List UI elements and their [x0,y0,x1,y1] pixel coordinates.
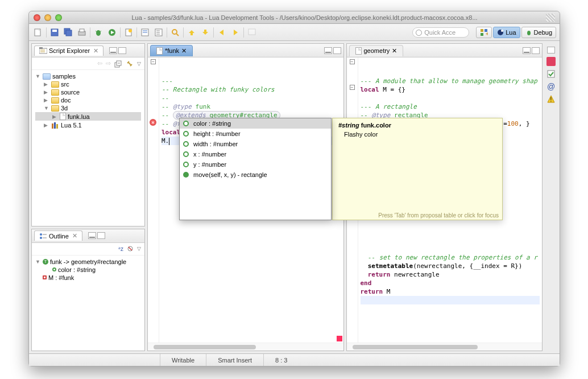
close-icon[interactable]: ✕ [72,232,77,240]
svg-marker-24 [189,30,194,33]
explorer-tree[interactable]: ▼samples ▶src ▶source ▶doc ▼3d ▶funk.lua… [32,70,144,226]
completion-item[interactable]: move(self, x, y) - rectangle [180,170,331,180]
close-icon[interactable]: ✕ [392,47,397,55]
svg-point-50 [40,237,42,239]
editor-tab-geometry[interactable]: geometry ✕ [349,45,404,56]
close-icon[interactable]: ✕ [93,47,98,55]
print-button[interactable] [76,27,88,38]
outline-item-color[interactable]: color : #string [58,266,96,273]
navigator-icon [39,47,47,54]
new-lua-button[interactable] [123,27,134,38]
debug-perspective-button[interactable]: Debug [521,27,556,38]
lua-file-icon [355,47,362,55]
svg-rect-7 [80,29,84,32]
fold-icon[interactable]: − [350,59,355,64]
ruby-icon[interactable] [546,57,556,66]
minimize-editor-button[interactable] [523,47,531,54]
toggle-block-button[interactable] [153,27,164,38]
tree-item-samples[interactable]: samples [52,73,76,80]
editor-tab-funk[interactable]: *funk ✕ [150,45,193,56]
svg-line-23 [176,34,179,36]
save-all-button[interactable] [63,27,74,38]
status-cursor-pos: 8 : 3 [263,354,299,366]
forward-button[interactable] [230,27,241,38]
outline-tree[interactable]: ▼Tfunk -> geometry#rectangle color : #st… [32,256,144,351]
outline-label: Outline [49,233,69,240]
fold-icon[interactable]: − [151,59,156,64]
error-icon: ✕ [150,119,156,126]
tree-item-src[interactable]: src [61,81,69,88]
tree-item-lua51[interactable]: Lua 5.1 [61,122,82,129]
horizontal-scrollbar[interactable] [148,343,343,351]
prev-annotation-button[interactable] [186,27,197,38]
completion-item[interactable]: color : #string [180,118,331,129]
method-icon [183,172,189,178]
doc-type: #string [338,122,359,129]
completion-item[interactable]: width : #number [180,139,331,149]
completion-item[interactable]: x : #number [180,149,331,159]
close-icon[interactable]: ✕ [181,47,187,55]
pin-button[interactable] [246,27,258,38]
run-button[interactable] [106,27,118,38]
tasks-icon[interactable] [546,69,556,79]
svg-line-10 [100,31,101,32]
toggle-comment-button[interactable] [139,27,151,38]
error-marker[interactable] [337,336,342,341]
svg-point-8 [96,30,101,36]
link-editor-icon[interactable] [126,60,134,68]
at-icon[interactable]: @ [546,82,556,91]
collapse-all-icon[interactable] [114,60,122,68]
back-button[interactable] [216,27,227,38]
lua-perspective-button[interactable]: Lua [493,27,520,38]
sort-icon[interactable]: ᵃz [118,246,123,252]
tree-item-3d[interactable]: 3d [61,105,68,112]
editor-tab-label: geometry [364,47,390,54]
view-menu-icon[interactable]: ▽ [137,61,141,67]
doc-popup[interactable]: #string funk.color Flashy color Press 'T… [332,118,503,220]
minimize-view-button[interactable] [88,232,96,239]
svg-rect-25 [191,33,193,35]
debug-button[interactable] [93,27,104,38]
close-window-button[interactable] [34,14,40,21]
warning-icon[interactable]: ! [546,94,556,104]
next-annotation-button[interactable] [200,27,211,38]
outline-tab[interactable]: Outline ✕ [34,230,82,241]
outline-item-funk[interactable]: funk -> geometry#rectangle [50,258,126,265]
fwd-nav-icon[interactable]: ⇨ [106,60,111,67]
svg-point-22 [172,30,177,34]
back-nav-icon[interactable]: ⇦ [97,60,102,67]
script-explorer-tab[interactable]: Script Explorer ✕ [34,46,103,56]
minimize-window-button[interactable] [44,14,51,21]
restore-icon[interactable] [547,47,555,53]
completion-popup[interactable]: color : #string height : #number width :… [179,118,332,220]
titlebar: Lua - samples/3d/funk.lua - Lua Developm… [29,11,560,24]
save-button[interactable] [49,27,60,38]
open-perspective-button[interactable]: + [476,27,492,38]
maximize-view-button[interactable] [118,47,126,54]
new-button[interactable] [32,27,44,38]
fold-icon[interactable]: − [350,85,355,90]
minimize-view-button[interactable] [109,47,117,54]
main-toolbar: Quick Acce + Lua Debug [29,24,560,41]
completion-item[interactable]: height : #number [180,129,331,139]
svg-point-48 [40,233,42,236]
quick-access-input[interactable]: Quick Acce [412,27,469,38]
maximize-editor-button[interactable] [333,47,341,54]
editor-tab-label: *funk [165,47,179,54]
svg-rect-33 [481,33,483,36]
outline-icon [39,233,47,240]
horizontal-scrollbar[interactable] [347,343,543,351]
tree-item-doc[interactable]: doc [61,97,71,104]
completion-item[interactable]: y : #number [180,159,331,170]
maximize-editor-button[interactable] [532,47,540,54]
search-button[interactable] [169,27,181,38]
minimize-editor-button[interactable] [324,47,332,54]
outline-item-m[interactable]: M : #funk [48,274,74,281]
filter-icon[interactable] [127,245,134,252]
folder-icon [51,89,59,96]
maximize-view-button[interactable] [97,232,105,239]
tree-item-funk[interactable]: funk.lua [68,113,90,120]
zoom-window-button[interactable] [55,14,62,21]
view-menu-icon[interactable]: ▽ [137,246,141,252]
tree-item-source[interactable]: source [61,89,80,96]
